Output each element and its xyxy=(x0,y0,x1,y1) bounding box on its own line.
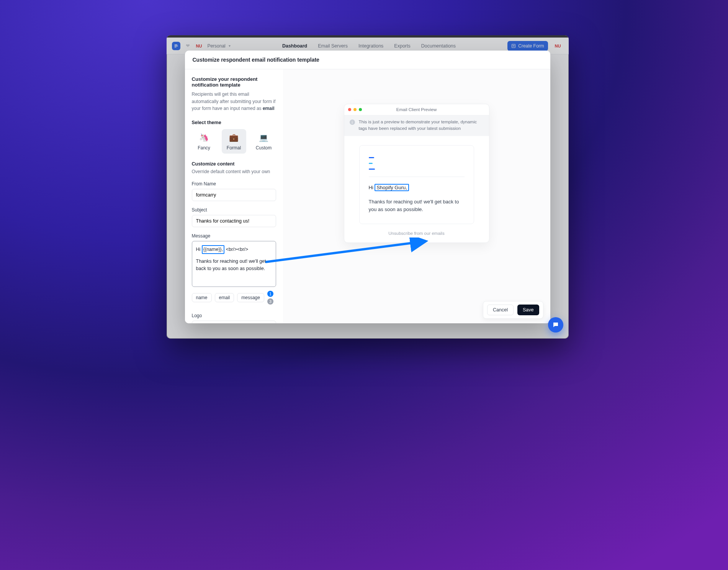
theme-picker: 🦄 Fancy 💼 Formal 💻 Custom xyxy=(192,129,276,154)
from-name-label: From Name xyxy=(192,181,276,187)
app-window: ❤ NU Personal ▾ Dashboard Email Servers … xyxy=(167,35,569,339)
email-preview-window: Email Client Preview i This is just a pr… xyxy=(344,104,489,243)
unicorn-icon: 🦄 xyxy=(193,133,215,142)
message-tag-highlight: {{name}}, xyxy=(202,245,224,254)
email-brand-logo xyxy=(369,154,465,171)
customize-content-sub: Override default content with your own xyxy=(192,168,276,175)
subject-label: Subject xyxy=(192,207,276,213)
save-button[interactable]: Save xyxy=(517,305,539,315)
select-theme-label: Select theme xyxy=(192,120,276,125)
divider xyxy=(369,177,465,177)
intercom-launcher[interactable] xyxy=(548,317,563,332)
theme-custom-label: Custom xyxy=(256,145,272,151)
tag-message-chip[interactable]: message xyxy=(237,293,264,302)
theme-custom[interactable]: 💻 Custom xyxy=(252,129,276,154)
left-description-strong: email xyxy=(263,106,275,111)
tag-email-chip[interactable]: email xyxy=(215,293,234,302)
modal-title: Customize respondent email notification … xyxy=(185,51,550,69)
theme-formal[interactable]: 💼 Formal xyxy=(222,129,246,154)
unsubscribe-link[interactable]: Unsubscribe from our emails xyxy=(344,231,489,236)
modal-footer: Cancel Save xyxy=(483,301,543,319)
left-description: Recipients will get this email automatic… xyxy=(192,91,276,112)
modal-right-panel: Email Client Preview i This is just a pr… xyxy=(283,69,550,323)
theme-fancy-label: Fancy xyxy=(198,145,210,151)
logo-label: Logo xyxy=(192,313,276,318)
modal-left-panel: Customize your respondent notification t… xyxy=(185,69,283,323)
preview-note-text: This is just a preview to demonstrate yo… xyxy=(359,119,484,132)
tag-name-chip[interactable]: name xyxy=(192,293,212,302)
message-textarea[interactable]: Hi {{name}}, <br/><br/> Thanks for reach… xyxy=(192,241,276,287)
smart-tags-more-badge[interactable]: 3 xyxy=(267,298,273,305)
message-prefix: Hi xyxy=(196,247,202,252)
briefcase-icon: 💼 xyxy=(223,133,245,142)
theme-fancy[interactable]: 🦄 Fancy xyxy=(192,129,216,154)
laptop-icon: 💻 xyxy=(253,133,275,142)
from-name-input[interactable] xyxy=(192,189,276,201)
theme-formal-label: Formal xyxy=(227,145,241,151)
left-heading: Customize your respondent notification t… xyxy=(192,76,276,88)
message-suffix: <br/><br/> xyxy=(224,247,248,252)
logo-dropzone[interactable]: Drop a file or click to browse xyxy=(192,321,276,323)
subject-input[interactable] xyxy=(192,215,276,227)
message-label: Message xyxy=(192,233,276,239)
email-greeting: Hi Shopify Guru, xyxy=(369,184,465,191)
message-body: Thanks for reaching out! we'll get back … xyxy=(196,259,266,271)
preview-title: Email Client Preview xyxy=(344,107,489,112)
email-card: Hi Shopify Guru, Thanks for reaching out… xyxy=(359,145,474,224)
greeting-prefix: Hi xyxy=(369,185,375,190)
cancel-button[interactable]: Cancel xyxy=(487,305,514,315)
info-icon: i xyxy=(350,120,355,125)
preview-titlebar: Email Client Preview xyxy=(344,104,489,115)
smart-tags-count-badge: 1 xyxy=(267,291,273,297)
greeting-highlight: Shopify Guru, xyxy=(375,184,409,191)
chat-icon xyxy=(552,321,559,328)
smart-tag-chips: name email message 1 3 xyxy=(192,291,276,305)
email-template-modal: Customize respondent email notification … xyxy=(185,51,550,323)
preview-note: i This is just a preview to demonstrate … xyxy=(344,115,489,136)
email-body: Thanks for reaching out! we'll get back … xyxy=(369,198,465,214)
customize-content-label: Customize content xyxy=(192,161,276,167)
